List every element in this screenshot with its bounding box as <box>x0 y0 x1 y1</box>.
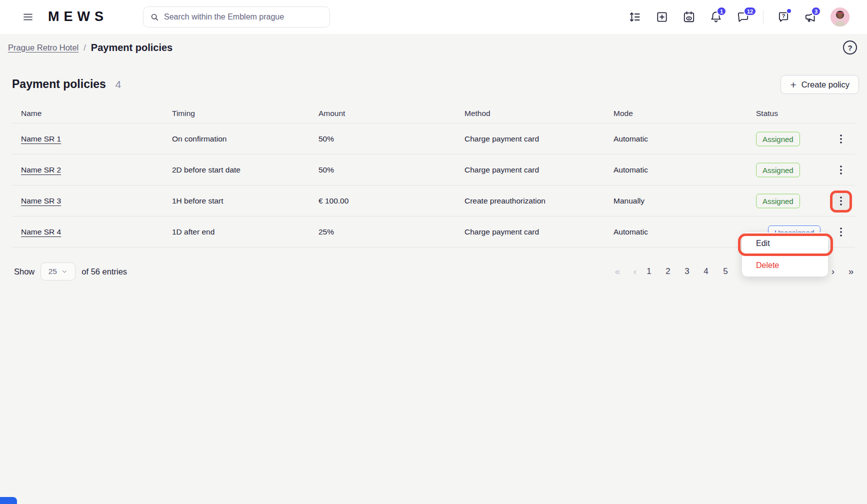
row-context-menu: Edit Delete <box>742 232 828 276</box>
header-timing: Timing <box>172 109 195 118</box>
table-row: Name SR 1 On confirmation 50% Charge pay… <box>12 124 855 154</box>
policy-name-link[interactable]: Name SR 1 <box>21 134 61 144</box>
cell-method: Charge payment card <box>464 228 539 236</box>
cell-method: Charge payment card <box>464 166 539 174</box>
cell-amount: 50% <box>318 134 334 144</box>
search-icon <box>150 12 160 22</box>
page-button-5[interactable]: 5 <box>720 262 732 281</box>
menu-item-edit[interactable]: Edit <box>742 232 828 254</box>
help-button[interactable]: ? <box>776 10 790 24</box>
kebab-icon <box>836 195 846 207</box>
status-badge: Assigned <box>756 132 800 146</box>
cell-mode: Automatic <box>614 134 648 144</box>
search-input[interactable] <box>164 12 324 22</box>
last-page-button[interactable]: » <box>845 262 857 281</box>
menu-item-delete[interactable]: Delete <box>742 254 828 276</box>
add-reservation-button[interactable] <box>655 10 669 24</box>
hamburger-icon <box>22 11 34 23</box>
row-actions-button[interactable] <box>832 130 850 148</box>
svg-text:?: ? <box>782 13 786 19</box>
page-button-3[interactable]: 3 <box>681 262 693 281</box>
cell-mode: Automatic <box>614 228 648 236</box>
chat-widget-sliver[interactable] <box>0 497 17 504</box>
cell-timing: 1D after end <box>172 228 214 236</box>
status-badge: Assigned <box>756 194 800 208</box>
policy-name-link[interactable]: Name SR 2 <box>21 166 61 174</box>
row-actions-button-open[interactable] <box>832 192 850 210</box>
header-method: Method <box>464 109 490 118</box>
title-row: Payment policies 4 + Create policy <box>12 74 859 94</box>
add-square-icon <box>656 10 668 24</box>
cell-amount: 25% <box>318 228 334 236</box>
global-search[interactable] <box>143 6 330 28</box>
first-page-button[interactable]: « <box>612 262 624 281</box>
row-actions-button[interactable] <box>832 160 850 180</box>
table-row: Name SR 3 1H before start € 100.00 Creat… <box>12 186 855 216</box>
table-row: Name SR 4 1D after end 25% Charge paymen… <box>12 216 855 248</box>
calendar-eye-icon <box>682 10 696 24</box>
page-help-button[interactable]: ? <box>843 40 857 54</box>
kebab-icon <box>836 164 846 176</box>
cell-timing: 1H before start <box>172 196 224 206</box>
cell-timing: 2D before start date <box>172 166 240 174</box>
cell-timing: On confirmation <box>172 134 226 144</box>
kebab-icon <box>836 133 846 145</box>
question-circle-icon: ? <box>848 44 852 52</box>
create-policy-label: Create policy <box>802 80 850 90</box>
sort-list-icon <box>628 10 642 24</box>
breadcrumb-current: Payment policies <box>91 42 172 54</box>
cell-mode: Automatic <box>614 166 648 174</box>
page-button-4[interactable]: 4 <box>700 262 712 281</box>
breadcrumb-separator: / <box>84 43 86 52</box>
next-page-button[interactable]: › <box>827 262 839 281</box>
prev-page-button[interactable]: ‹ <box>629 262 641 281</box>
table-header-row: Name Timing Amount Method Mode Status <box>12 104 855 124</box>
sort-list-button[interactable] <box>628 10 642 24</box>
topbar-divider <box>763 10 764 24</box>
page-title: Payment policies <box>12 74 106 94</box>
header-amount: Amount <box>318 109 345 118</box>
payment-policies-table: Name Timing Amount Method Mode Status Na… <box>12 104 855 248</box>
messages-button[interactable]: 12 <box>736 10 750 24</box>
notifications-button[interactable]: 1 <box>709 10 723 24</box>
topbar: MEWS 1 12 ? <box>0 0 867 34</box>
header-name: Name <box>21 109 42 118</box>
cell-amount: 50% <box>318 166 334 174</box>
table-row: Name SR 2 2D before start date 50% Charg… <box>12 154 855 186</box>
page-button-1[interactable]: 1 <box>643 262 655 281</box>
cell-amount: € 100.00 <box>318 196 348 206</box>
cell-mode: Manually <box>614 196 644 206</box>
status-badge: Assigned <box>756 162 800 177</box>
hamburger-menu-button[interactable] <box>21 10 35 24</box>
announcements-button[interactable]: 3 <box>804 10 818 24</box>
avatar-image <box>830 8 850 26</box>
payment-policies-screen: MEWS 1 12 ? <box>0 0 867 504</box>
plus-icon: + <box>790 80 796 90</box>
messages-count-badge: 12 <box>744 6 756 16</box>
pagination: « ‹ 1 2 3 4 5 › » <box>0 262 867 281</box>
announcements-count-badge: 3 <box>811 6 821 16</box>
calendar-view-button[interactable] <box>682 10 696 24</box>
policy-name-link[interactable]: Name SR 3 <box>21 196 61 206</box>
cell-method: Create preauthorization <box>464 196 546 206</box>
breadcrumb: Prague Retro Hotel / Payment policies <box>8 40 172 55</box>
notifications-count-badge: 1 <box>716 6 726 16</box>
policy-name-link[interactable]: Name SR 4 <box>21 228 61 236</box>
page-count: 4 <box>115 78 121 90</box>
cell-method: Charge payment card <box>464 134 539 144</box>
mews-logo: MEWS <box>48 9 108 24</box>
page-button-2[interactable]: 2 <box>662 262 674 281</box>
header-mode: Mode <box>614 109 633 118</box>
kebab-icon <box>836 226 846 238</box>
create-policy-button[interactable]: + Create policy <box>780 75 859 94</box>
topbar-actions: 1 12 ? 3 <box>628 0 850 34</box>
avatar[interactable] <box>830 8 850 26</box>
help-dot-badge <box>786 8 792 14</box>
header-status: Status <box>756 109 778 118</box>
breadcrumb-parent-link[interactable]: Prague Retro Hotel <box>8 43 78 52</box>
row-actions-button[interactable] <box>832 222 850 242</box>
